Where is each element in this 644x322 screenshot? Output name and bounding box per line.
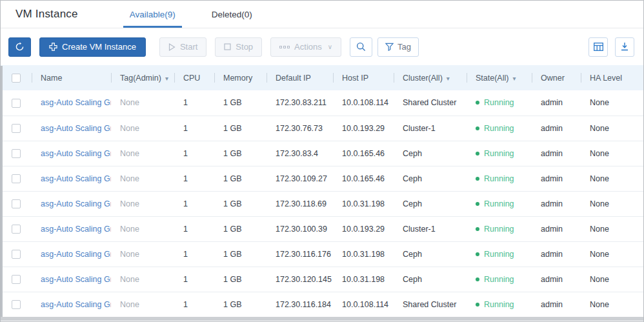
tag-value: None bbox=[120, 225, 139, 234]
state-value: Running bbox=[484, 250, 514, 259]
cpu-value: 1 bbox=[174, 241, 214, 267]
tag-filter-button[interactable]: Tag bbox=[377, 37, 419, 57]
vm-name-cell: asg-Auto Scaling Gr... bbox=[32, 241, 111, 267]
vm-name-link[interactable]: asg-Auto Scaling Gr... bbox=[41, 174, 111, 183]
running-dot-icon bbox=[476, 303, 479, 307]
host-ip-value: 10.0.165.46 bbox=[333, 141, 394, 166]
cluster-value: Ceph bbox=[394, 241, 467, 267]
create-vm-instance-label: Create VM Instance bbox=[62, 42, 136, 52]
header-cluster[interactable]: Cluster(All)▾ bbox=[394, 65, 467, 90]
state-cell: Running bbox=[467, 141, 532, 166]
table-row: asg-Auto Scaling Gr...None11 GB172.30.76… bbox=[1, 116, 644, 141]
owner-value: admin bbox=[532, 141, 581, 166]
cpu-value: 1 bbox=[174, 166, 214, 191]
tag-cell: None bbox=[111, 216, 174, 241]
host-ip-value: 10.0.165.46 bbox=[333, 166, 394, 191]
host-ip-value: 10.0.108.114 bbox=[333, 292, 394, 317]
vm-name-link[interactable]: asg-Auto Scaling Gr... bbox=[41, 98, 111, 107]
owner-value: admin bbox=[532, 241, 581, 267]
cpu-value: 1 bbox=[174, 90, 214, 116]
vm-name-link[interactable]: asg-Auto Scaling Gr... bbox=[41, 300, 111, 309]
host-ip-value: 10.0.31.198 bbox=[333, 191, 394, 216]
cluster-value: Ceph bbox=[394, 141, 467, 166]
tag-value: None bbox=[120, 275, 139, 284]
horizontal-scrollbar[interactable] bbox=[1, 317, 643, 321]
running-dot-icon bbox=[476, 177, 479, 181]
state-value: Running bbox=[484, 300, 514, 309]
owner-value: admin bbox=[532, 90, 581, 116]
vertical-scrollbar[interactable] bbox=[1, 66, 3, 321]
select-all-checkbox[interactable] bbox=[12, 74, 21, 83]
create-vm-instance-button[interactable]: Create VM Instance bbox=[39, 37, 146, 57]
memory-value: 1 GB bbox=[214, 241, 267, 267]
vm-name-link[interactable]: asg-Auto Scaling Gr... bbox=[41, 199, 111, 208]
toolbar-right bbox=[589, 37, 636, 57]
default-ip-value: 172.30.109.27 bbox=[267, 166, 333, 191]
stop-button[interactable]: Stop bbox=[215, 37, 262, 57]
column-settings-button[interactable] bbox=[589, 37, 608, 57]
table-row: asg-Auto Scaling Gr...None11 GB172.30.83… bbox=[1, 90, 644, 116]
row-checkbox[interactable] bbox=[12, 250, 21, 259]
header-name: Name bbox=[32, 65, 111, 90]
cluster-value: Shared Cluster bbox=[394, 292, 467, 317]
state-cell: Running bbox=[467, 90, 532, 116]
row-checkbox-cell bbox=[1, 216, 32, 241]
refresh-button[interactable] bbox=[8, 37, 31, 57]
tab-available[interactable]: Available(9) bbox=[123, 1, 182, 28]
cluster-value: Cluster-1 bbox=[394, 116, 467, 141]
actions-button[interactable]: Actions ∨ bbox=[270, 37, 341, 57]
table-header-row: Name Tag(Admin)▾ CPU Memory Default IP H… bbox=[1, 65, 644, 90]
state-dropdown-icon: ▾ bbox=[512, 75, 516, 82]
row-checkbox[interactable] bbox=[12, 99, 21, 108]
cluster-value: Cluster-1 bbox=[394, 216, 467, 241]
header-cpu-label: CPU bbox=[183, 74, 200, 83]
vm-name-link[interactable]: asg-Auto Scaling Gr... bbox=[41, 124, 111, 133]
row-checkbox[interactable] bbox=[12, 225, 21, 234]
row-checkbox[interactable] bbox=[12, 275, 21, 284]
export-download-button[interactable] bbox=[615, 37, 634, 57]
row-checkbox-cell bbox=[1, 141, 32, 166]
ha-level-value: None bbox=[581, 116, 644, 141]
vm-name-link[interactable]: asg-Auto Scaling Gr... bbox=[41, 225, 111, 234]
row-checkbox[interactable] bbox=[12, 124, 21, 133]
row-checkbox-cell bbox=[1, 90, 32, 116]
host-ip-value: 10.0.193.29 bbox=[333, 216, 394, 241]
filter-icon bbox=[385, 43, 394, 51]
table-row: asg-Auto Scaling Gr...None11 GB172.30.11… bbox=[1, 241, 644, 267]
header-default-ip-label: Default IP bbox=[276, 74, 311, 83]
header-state[interactable]: State(All)▾ bbox=[467, 65, 532, 90]
memory-value: 1 GB bbox=[214, 141, 267, 166]
host-ip-value: 10.0.193.29 bbox=[333, 116, 394, 141]
vm-table: Name Tag(Admin)▾ CPU Memory Default IP H… bbox=[1, 65, 644, 317]
table-body: asg-Auto Scaling Gr...None11 GB172.30.83… bbox=[1, 90, 644, 317]
row-checkbox[interactable] bbox=[12, 300, 21, 309]
default-ip-value: 172.30.83.4 bbox=[267, 141, 333, 166]
memory-value: 1 GB bbox=[214, 292, 267, 317]
row-checkbox[interactable] bbox=[12, 199, 21, 208]
header-tag-admin[interactable]: Tag(Admin)▾ bbox=[111, 65, 174, 90]
header-ha-level: HA Level bbox=[581, 65, 644, 90]
tab-available-label: Available(9) bbox=[130, 10, 176, 19]
tab-deleted[interactable]: Deleted(0) bbox=[205, 1, 259, 28]
tag-cell: None bbox=[111, 90, 174, 116]
vm-name-link[interactable]: asg-Auto Scaling Gr... bbox=[41, 250, 111, 259]
vm-name-link[interactable]: asg-Auto Scaling Gr... bbox=[41, 275, 111, 284]
vm-name-cell: asg-Auto Scaling Gr... bbox=[32, 292, 111, 317]
row-checkbox[interactable] bbox=[12, 174, 21, 183]
state-value: Running bbox=[484, 199, 514, 208]
running-dot-icon bbox=[476, 202, 479, 206]
vm-name-link[interactable]: asg-Auto Scaling Gr... bbox=[41, 149, 111, 158]
tag-cell: None bbox=[111, 241, 174, 267]
state-value: Running bbox=[484, 275, 514, 284]
cpu-value: 1 bbox=[174, 216, 214, 241]
default-ip-value: 172.30.116.184 bbox=[267, 292, 333, 317]
owner-value: admin bbox=[532, 191, 581, 216]
state-cell: Running bbox=[467, 116, 532, 141]
tag-value: None bbox=[120, 149, 139, 158]
vm-name-cell: asg-Auto Scaling Gr... bbox=[32, 267, 111, 292]
host-ip-value: 10.0.31.198 bbox=[333, 241, 394, 267]
row-checkbox[interactable] bbox=[12, 149, 21, 158]
search-button[interactable] bbox=[350, 37, 372, 57]
running-dot-icon bbox=[476, 126, 479, 130]
start-button[interactable]: Start bbox=[159, 37, 206, 57]
